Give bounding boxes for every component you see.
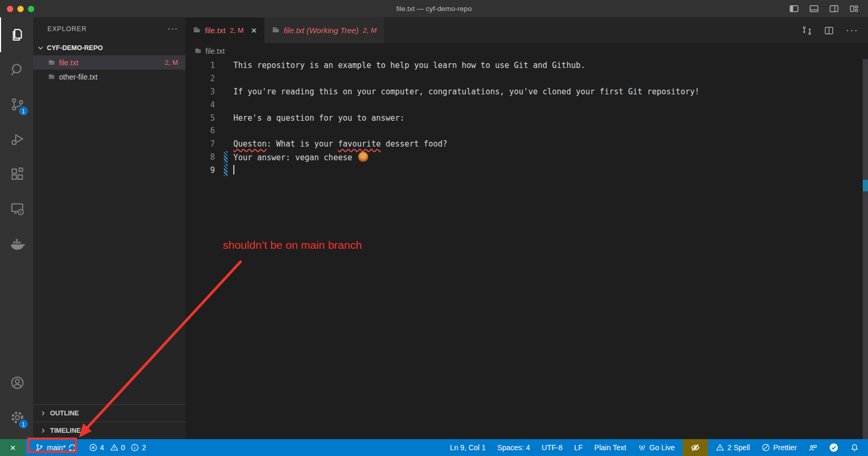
- search-icon: [9, 62, 25, 77]
- line-number: 2: [185, 74, 215, 83]
- more-actions-icon[interactable]: ···: [846, 25, 859, 36]
- modified-overview-marker: [863, 180, 868, 191]
- go-live-button[interactable]: Go Live: [634, 439, 678, 456]
- explorer-more-actions-icon[interactable]: ···: [167, 24, 178, 34]
- timeline-label: TIMELINE: [50, 427, 81, 434]
- file-icon: [272, 26, 280, 34]
- extensions-icon: [9, 166, 25, 182]
- zoom-window-button[interactable]: [28, 6, 34, 12]
- activity-docker[interactable]: [0, 226, 33, 261]
- line-number: 9: [185, 166, 215, 175]
- toggle-panel-icon[interactable]: [810, 4, 818, 13]
- activity-settings[interactable]: 1: [0, 400, 33, 435]
- code-span: dessert food?: [381, 139, 447, 149]
- code-line[interactable]: 3If you're reading this on your computer…: [185, 85, 868, 99]
- remote-indicator[interactable]: [0, 439, 25, 456]
- toggle-secondary-sidebar-icon[interactable]: [830, 4, 839, 13]
- code-text: This repository is an example to help yo…: [233, 61, 585, 70]
- activity-search[interactable]: [0, 52, 33, 87]
- slash-circle-icon: [762, 443, 770, 452]
- line-number: 7: [185, 139, 215, 149]
- activity-explorer[interactable]: [0, 17, 33, 52]
- feedback-icon: [808, 443, 817, 452]
- file-row-other-file-txt[interactable]: other-file.txt: [33, 70, 185, 84]
- docker-icon: [9, 235, 26, 252]
- encoding-status[interactable]: UTF-8: [538, 439, 566, 456]
- eol-status[interactable]: LF: [570, 439, 586, 456]
- close-tab-icon[interactable]: ×: [251, 25, 257, 35]
- code-span: : What is your: [267, 139, 338, 149]
- outline-label: OUTLINE: [50, 410, 79, 417]
- tab-label: file.txt: [205, 26, 225, 35]
- code-span: If you're reading this on your computer,…: [233, 87, 699, 96]
- code-line[interactable]: 4: [185, 98, 868, 111]
- line-number: 6: [185, 126, 215, 135]
- eye-off-icon: [691, 443, 700, 452]
- gutter: [215, 98, 233, 111]
- close-window-button[interactable]: [7, 6, 13, 12]
- cursor-position-status[interactable]: Ln 9, Col 1: [446, 439, 489, 456]
- remote-explorer-icon: [9, 201, 25, 217]
- toggle-sidebar-icon[interactable]: [790, 4, 798, 13]
- check-status-button[interactable]: [825, 439, 842, 456]
- warning-icon: [716, 443, 724, 452]
- code-line[interactable]: 8Your answer: vegan cheese: [185, 151, 868, 164]
- notifications-button[interactable]: [846, 439, 863, 456]
- line-number: 8: [185, 152, 215, 162]
- language-mode-status[interactable]: Plain Text: [590, 439, 629, 456]
- gutter: [215, 72, 233, 85]
- remote-icon: [8, 443, 17, 452]
- code-text: [233, 165, 234, 175]
- tab-file-txt[interactable]: file.txt 2, M ×: [185, 17, 264, 43]
- minimize-window-button[interactable]: [17, 6, 24, 12]
- activity-extensions[interactable]: [0, 157, 33, 191]
- code-area[interactable]: 1This repository is an example to help y…: [185, 59, 868, 177]
- problems-status[interactable]: 4 0 2: [85, 439, 153, 456]
- modified-gutter-indicator: [224, 164, 228, 176]
- scm-badge: 1: [18, 105, 29, 117]
- account-icon: [9, 375, 25, 391]
- gutter: [215, 163, 233, 177]
- split-editor-icon[interactable]: [824, 25, 834, 36]
- tab-problems-badge: 2, M: [230, 26, 243, 34]
- run-debug-icon: [9, 131, 25, 147]
- prettier-status[interactable]: Prettier: [758, 439, 801, 456]
- breadcrumb-item: file.txt: [205, 47, 225, 55]
- code-lines: 1This repository is an example to help y…: [185, 59, 868, 177]
- explorer-sidebar: EXPLORER ··· CYF-DEMO-REPO file.txt 2, M…: [33, 17, 185, 439]
- file-row-file-txt[interactable]: file.txt 2, M: [33, 55, 185, 70]
- open-changes-icon[interactable]: [802, 25, 812, 36]
- warning-icon: [110, 443, 119, 452]
- error-icon: [89, 443, 97, 452]
- tab-file-txt-working-tree[interactable]: file.txt (Working Tree) 2, M: [264, 17, 384, 43]
- code-line[interactable]: 7Queston: What is your favourite dessert…: [185, 138, 868, 151]
- code-span: Here's a question for you to answer:: [233, 113, 405, 123]
- overview-ruler[interactable]: [863, 59, 868, 439]
- customize-layout-icon[interactable]: [850, 4, 859, 13]
- spell-problems-status[interactable]: 2 Spell: [712, 439, 754, 456]
- breadcrumb[interactable]: file.txt: [185, 43, 868, 59]
- activity-remote-explorer[interactable]: [0, 191, 33, 226]
- file-icon: [193, 26, 201, 34]
- tab-label: file.txt (Working Tree): [284, 26, 359, 35]
- feedback-button[interactable]: [805, 439, 821, 456]
- error-count: 4: [100, 443, 104, 452]
- file-icon: [194, 47, 202, 55]
- activity-accounts[interactable]: [0, 365, 33, 400]
- activity-run-debug[interactable]: [0, 122, 33, 157]
- folder-section-header[interactable]: CYF-DEMO-REPO: [33, 41, 185, 55]
- spell-checker-toggle[interactable]: [683, 439, 708, 456]
- indentation-status[interactable]: Spaces: 4: [494, 439, 534, 456]
- activity-source-control[interactable]: 1: [0, 87, 33, 122]
- code-text: Here's a question for you to answer:: [233, 113, 405, 123]
- outline-section[interactable]: OUTLINE: [33, 404, 185, 422]
- code-line[interactable]: 1This repository is an example to help y…: [185, 59, 868, 72]
- line-number: 3: [185, 87, 215, 96]
- text-cursor: [233, 165, 234, 174]
- code-line[interactable]: 6: [185, 124, 868, 138]
- timeline-section[interactable]: TIMELINE: [33, 422, 185, 439]
- code-line[interactable]: 2: [185, 72, 868, 85]
- chevron-right-icon: [40, 427, 47, 434]
- code-line[interactable]: 9: [185, 163, 868, 177]
- code-line[interactable]: 5Here's a question for you to answer:: [185, 111, 868, 124]
